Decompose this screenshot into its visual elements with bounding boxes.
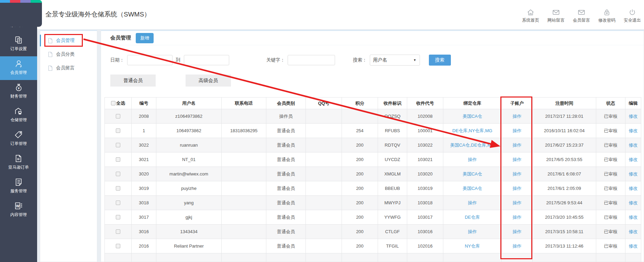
- sidebar-item-label: 亚马逊订单: [8, 164, 29, 170]
- warehouse-icon: [14, 106, 23, 116]
- topnav-item-logout[interactable]: 安全退出: [621, 8, 643, 23]
- warehouses-link[interactable]: 美国CA仓: [463, 114, 482, 119]
- edit-link[interactable]: 修改: [629, 143, 638, 148]
- cell-qq: [306, 225, 342, 239]
- cell-points: 200: [342, 210, 378, 225]
- cell-qq: [306, 138, 342, 152]
- row-checkbox[interactable]: [116, 244, 120, 248]
- warehouses-link[interactable]: 操作: [468, 229, 477, 234]
- edit-link[interactable]: 修改: [629, 186, 638, 191]
- cell-subaccount: 操作: [502, 109, 533, 124]
- topnav-item-home[interactable]: 系统首页: [520, 8, 542, 23]
- cell-points: 200: [342, 225, 378, 239]
- edit-link[interactable]: 修改: [629, 229, 638, 234]
- row-checkbox[interactable]: [116, 157, 120, 162]
- date-from-input[interactable]: [127, 55, 173, 65]
- row-checkbox[interactable]: [116, 229, 120, 234]
- sidebar-item-member-management[interactable]: 会员管理: [0, 56, 37, 80]
- subaccount-link[interactable]: 操作: [513, 143, 522, 148]
- cell-recv-code: 102008: [407, 109, 443, 124]
- subaccount-link[interactable]: 操作: [513, 243, 522, 249]
- row-checkbox[interactable]: [116, 114, 120, 118]
- submenu-item-member-management[interactable]: 会员管理: [40, 34, 97, 47]
- subaccount-link[interactable]: 操作: [513, 200, 522, 205]
- date-to-input[interactable]: [184, 55, 229, 65]
- row-checkbox[interactable]: [116, 215, 120, 219]
- cell-select: [105, 109, 132, 124]
- warehouses-link[interactable]: DE仓库,NY仓库,MG: [452, 128, 492, 133]
- keyword-label: 关键字：: [266, 57, 285, 63]
- cell-phone: [222, 239, 266, 253]
- cell-id: 3016: [132, 225, 156, 239]
- cell-points: 254: [342, 124, 378, 138]
- cell-member-type: 普通会员: [266, 152, 306, 167]
- sidebar-item-service-management[interactable]: 服务管理: [0, 175, 37, 198]
- subaccount-link[interactable]: 操作: [513, 128, 522, 133]
- row-checkbox[interactable]: [116, 128, 120, 133]
- tab-normal-members[interactable]: 普通会员: [110, 75, 156, 87]
- search-type-select[interactable]: 用户名 ▼: [370, 55, 420, 66]
- row-checkbox[interactable]: [116, 201, 120, 205]
- warehouses-link[interactable]: NY仓库: [465, 243, 480, 249]
- sidebar-item-finance-management[interactable]: ¥ 财务管理: [0, 80, 37, 104]
- warehouses-link[interactable]: 美国CA仓,DE仓库,MG: [450, 143, 495, 148]
- sidebar-item-label: 订单设置: [10, 46, 27, 52]
- home-icon: [526, 8, 535, 16]
- sidebar-item-warehouse-management[interactable]: 仓储管理: [0, 104, 37, 127]
- subaccount-link[interactable]: 操作: [513, 186, 522, 191]
- cell-reg-time: 2017/3/13 11:12:46: [533, 239, 596, 253]
- topnav-item-change-password[interactable]: 修改密码: [596, 8, 618, 23]
- row-checkbox[interactable]: [116, 172, 120, 176]
- warehouses-link[interactable]: 美国CA仓: [463, 171, 482, 176]
- tab-premium-members[interactable]: 高级会员: [186, 75, 231, 87]
- column-header: 编号: [132, 98, 156, 109]
- submenu-item-member-category[interactable]: 会员分类: [40, 47, 97, 61]
- topnav-item-member-messages[interactable]: 会员留言: [570, 8, 592, 23]
- cell-phone: [222, 225, 266, 239]
- sidebar-item-order-settings[interactable]: 订单设置: [0, 33, 37, 56]
- keyword-input[interactable]: [288, 55, 335, 65]
- cell-status: 已审核: [596, 109, 625, 124]
- search-button[interactable]: 搜索: [429, 55, 451, 66]
- row-checkbox[interactable]: [116, 186, 120, 191]
- cell-member-type: 普通会员: [266, 196, 306, 210]
- cell-recv-code: 103020: [407, 167, 443, 181]
- subaccount-link[interactable]: 操作: [513, 229, 522, 234]
- row-checkbox[interactable]: [116, 143, 120, 147]
- subaccount-link[interactable]: 操作: [513, 171, 522, 176]
- cell-qq: [306, 239, 342, 253]
- edit-link[interactable]: 修改: [629, 157, 638, 162]
- panel-header: 会员管理 新增: [101, 31, 644, 45]
- warehouses-link[interactable]: DE仓库: [465, 215, 480, 220]
- sidebar-item-content-management[interactable]: W 内容管理: [0, 198, 37, 222]
- cell-edit: 修改: [625, 109, 641, 124]
- table-row: 3022ruanruan普通会员200RDTQV103022美国CA仓,DE仓库…: [105, 138, 641, 152]
- submenu-item-member-messages[interactable]: 会员留言: [40, 61, 97, 75]
- sidebar-item-order-management[interactable]: 订单管理: [0, 127, 37, 151]
- add-button[interactable]: 新增: [136, 33, 154, 43]
- cell-phone: 18318036295: [222, 124, 266, 138]
- subaccount-link[interactable]: 操作: [513, 157, 522, 162]
- cell-id: 3022: [132, 138, 156, 152]
- subaccount-link[interactable]: 操作: [513, 114, 522, 119]
- warehouses-link[interactable]: 美国CA仓: [463, 186, 482, 191]
- document-icon: [48, 52, 53, 57]
- subaccount-link[interactable]: 操作: [513, 215, 522, 220]
- warehouses-link[interactable]: 操作: [468, 157, 477, 162]
- edit-link[interactable]: 修改: [629, 128, 638, 133]
- cell-member-type: 普通会员: [266, 210, 306, 225]
- sidebar-item-amazon-orders[interactable]: 亚马逊订单: [0, 151, 37, 175]
- edit-link[interactable]: 修改: [629, 171, 638, 176]
- edit-link[interactable]: 修改: [629, 200, 638, 205]
- table-row: 3020martin@wlwex.com普通会员200XMGLM103020美国…: [105, 167, 641, 181]
- finance-icon: ¥: [14, 83, 23, 92]
- column-header: 收件代号: [407, 98, 443, 109]
- topnav-item-site-messages[interactable]: 网站留言: [545, 8, 567, 23]
- edit-link[interactable]: 修改: [629, 215, 638, 220]
- edit-link[interactable]: 修改: [629, 114, 638, 119]
- select-all-checkbox[interactable]: [111, 101, 115, 105]
- warehouses-link[interactable]: 操作: [468, 200, 477, 205]
- mail-icon: [552, 8, 560, 16]
- edit-link[interactable]: 修改: [629, 243, 638, 249]
- cell-subaccount: 操作: [502, 167, 533, 181]
